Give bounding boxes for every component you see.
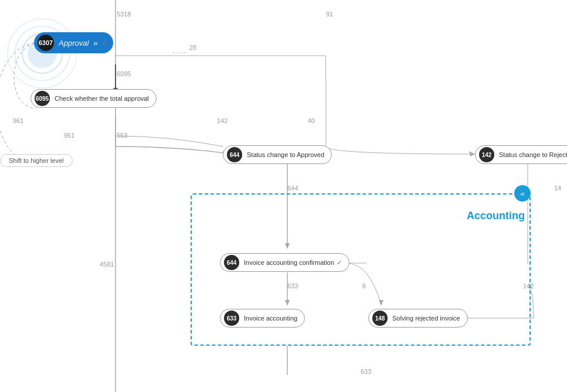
edge-label-28: 28 [189, 44, 196, 51]
solving-rejected-id: 148 [372, 311, 388, 326]
approval-node-id: 6307 [38, 35, 54, 51]
status-rejected-node[interactable]: 142 Status change to Rejected [475, 145, 567, 164]
edge-label-4581: 4581 [100, 261, 114, 268]
approval-node-label: Approval [59, 39, 89, 47]
edge-label-5318: 5318 [117, 11, 131, 18]
edge-label-91: 91 [326, 11, 333, 18]
invoice-accounting-node[interactable]: 633 Invoice accounting [220, 309, 305, 328]
edge-label-961a: 961 [13, 117, 23, 124]
invoice-confirmation-label: Invoice accounting confirmation [244, 259, 334, 266]
status-approved-label: Status change to Approved [247, 151, 324, 158]
status-rejected-label: Status change to Rejected [499, 151, 567, 158]
invoice-edit-icon: ✓ [337, 259, 342, 267]
edge-label-142b: 142 [523, 282, 534, 289]
process-canvas: 6307 Approval » ✓ 6095 Check whether the… [0, 0, 567, 392]
edge-label-633b: 633 [361, 368, 371, 375]
chevron-left-icon: « [520, 189, 524, 198]
edge-label-40: 40 [308, 117, 315, 124]
check-approval-node[interactable]: 6095 Check whether the total approval [30, 89, 157, 108]
edge-label-14: 14 [554, 185, 561, 192]
invoice-confirmation-id: 644 [224, 255, 239, 270]
edge-label-6095: 6095 [117, 70, 131, 77]
status-approved-node[interactable]: 644 Status change to Approved [223, 145, 332, 164]
solving-rejected-node[interactable]: 148 Solving rejected invoice [368, 309, 468, 328]
status-approved-id: 644 [227, 147, 242, 162]
edit-icon: ✓ [101, 39, 107, 47]
accounting-title: Accounting [467, 210, 525, 222]
chevron-right-icon: » [93, 39, 97, 47]
invoice-confirmation-node[interactable]: 644 Invoice accounting confirmation ✓ [220, 253, 349, 272]
approval-node[interactable]: 6307 Approval » ✓ [34, 32, 113, 53]
edge-label-6: 6 [362, 282, 366, 289]
accounting-collapse-button[interactable]: « [514, 185, 531, 202]
invoice-accounting-id: 633 [224, 311, 239, 326]
edge-label-142: 142 [217, 117, 228, 124]
check-approval-id: 6095 [35, 91, 50, 106]
solving-rejected-label: Solving rejected invoice [392, 315, 460, 322]
invoice-accounting-label: Invoice accounting [244, 315, 297, 322]
edge-label-961b: 961 [64, 132, 74, 139]
edge-label-553: 553 [117, 132, 127, 139]
edge-label-633a: 633 [287, 282, 298, 289]
check-approval-label: Check whether the total approval [55, 95, 149, 102]
status-rejected-id: 142 [479, 147, 494, 162]
shift-label: Shift to higher level [0, 154, 73, 167]
edge-label-644: 644 [287, 185, 298, 192]
svg-marker-5 [469, 151, 475, 156]
